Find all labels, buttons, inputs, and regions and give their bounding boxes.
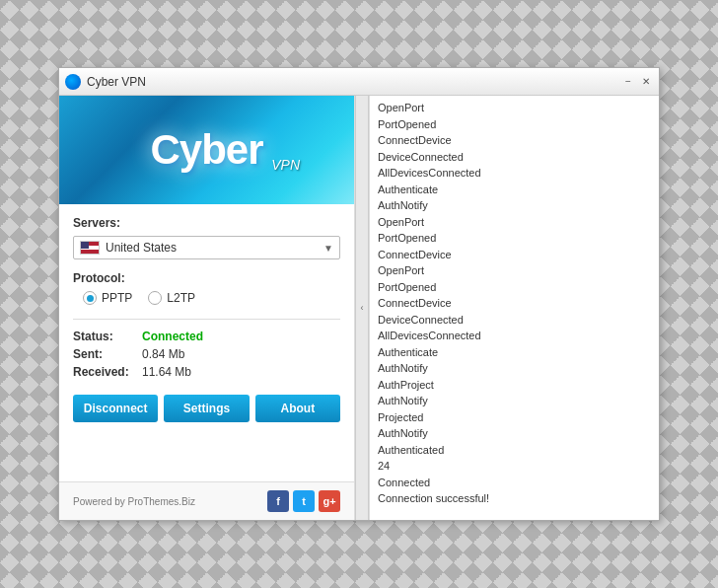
status-key: Status:: [73, 330, 142, 343]
divider: [73, 319, 340, 320]
collapse-handle[interactable]: ‹: [355, 96, 369, 520]
log-item: PortOpened: [378, 230, 651, 247]
facebook-button[interactable]: f: [267, 490, 289, 512]
pptp-label: PPTP: [102, 291, 132, 305]
sent-row: Sent: 0.84 Mb: [73, 347, 340, 361]
log-item: AllDevicesConnected: [378, 328, 651, 344]
log-item: AuthProject: [378, 377, 651, 394]
server-dropdown[interactable]: United States ▼: [73, 236, 340, 259]
protocol-label: Protocol:: [73, 271, 340, 285]
log-item: PortOpened: [378, 279, 651, 296]
log-item: 24: [378, 458, 651, 475]
action-buttons: Disconnect Settings About: [73, 395, 340, 422]
log-item: OpenPort: [378, 262, 651, 279]
pptp-radio[interactable]: [83, 291, 97, 305]
received-key: Received:: [73, 365, 142, 379]
window-title: Cyber VPN: [87, 75, 621, 89]
log-item: OpenPort: [378, 214, 651, 231]
pptp-option[interactable]: PPTP: [83, 291, 132, 305]
received-value: 11.64 Mb: [142, 365, 191, 379]
servers-label: Servers:: [73, 216, 340, 230]
log-item: DeviceConnected: [378, 312, 651, 329]
title-bar: Cyber VPN − ✕: [59, 68, 659, 96]
disconnect-button[interactable]: Disconnect: [73, 395, 158, 422]
received-row: Received: 11.64 Mb: [73, 365, 340, 379]
l2tp-option[interactable]: L2TP: [148, 291, 195, 305]
sent-value: 0.84 Mb: [142, 347, 184, 361]
log-item: ConnectDevice: [378, 132, 651, 149]
log-item: Projected: [378, 409, 651, 426]
footer: Powered by ProThemes.Biz f t g+: [59, 481, 354, 520]
dropdown-arrow-icon: ▼: [323, 243, 333, 254]
window-controls: − ✕: [621, 75, 653, 89]
l2tp-radio[interactable]: [148, 291, 162, 305]
log-item: Connection successful!: [378, 490, 651, 507]
log-item: Connected: [378, 475, 651, 491]
us-flag-icon: [80, 241, 100, 255]
log-item: AuthNotify: [378, 360, 651, 377]
log-item: AllDevicesConnected: [378, 165, 651, 182]
app-icon: [65, 74, 81, 90]
social-icons: f t g+: [267, 490, 340, 512]
googleplus-button[interactable]: g+: [319, 490, 340, 512]
powered-text: Powered by ProThemes.Biz: [73, 496, 195, 507]
twitter-button[interactable]: t: [293, 490, 315, 512]
log-item: Authenticated: [378, 442, 651, 459]
vpn-label: VPN: [271, 157, 300, 173]
protocol-radio-group: PPTP L2TP: [73, 291, 340, 305]
minimize-button[interactable]: −: [621, 75, 635, 89]
left-content: Servers: United States ▼ Protocol: PPTP: [59, 204, 354, 481]
log-list: OpenPortPortOpenedConnectDeviceDeviceCon…: [378, 100, 651, 507]
settings-button[interactable]: Settings: [164, 395, 249, 422]
log-item: Authenticate: [378, 182, 651, 198]
server-name: United States: [106, 241, 323, 255]
status-value: Connected: [142, 330, 203, 343]
log-item: OpenPort: [378, 100, 651, 116]
left-panel: Cyber VPN Servers: United States ▼ Proto…: [59, 96, 355, 520]
window-body: Cyber VPN Servers: United States ▼ Proto…: [59, 96, 659, 520]
log-panel[interactable]: OpenPortPortOpenedConnectDeviceDeviceCon…: [369, 96, 659, 520]
log-item: DeviceConnected: [378, 149, 651, 166]
main-window: Cyber VPN − ✕ Cyber VPN Servers: United …: [58, 67, 660, 521]
status-section: Status: Connected Sent: 0.84 Mb Received…: [73, 326, 340, 387]
log-item: AuthNotify: [378, 425, 651, 442]
protocol-section: Protocol: PPTP L2TP: [73, 271, 340, 305]
log-item: ConnectDevice: [378, 247, 651, 263]
log-item: ConnectDevice: [378, 295, 651, 312]
log-item: AuthNotify: [378, 393, 651, 409]
about-button[interactable]: About: [255, 395, 340, 422]
close-button[interactable]: ✕: [639, 75, 653, 89]
sent-key: Sent:: [73, 347, 142, 361]
log-item: AuthNotify: [378, 197, 651, 214]
app-header: Cyber VPN: [59, 96, 354, 204]
status-row: Status: Connected: [73, 330, 340, 343]
log-item: Authenticate: [378, 344, 651, 361]
l2tp-label: L2TP: [167, 291, 195, 305]
logo-text: Cyber: [150, 126, 262, 174]
log-item: PortOpened: [378, 116, 651, 133]
